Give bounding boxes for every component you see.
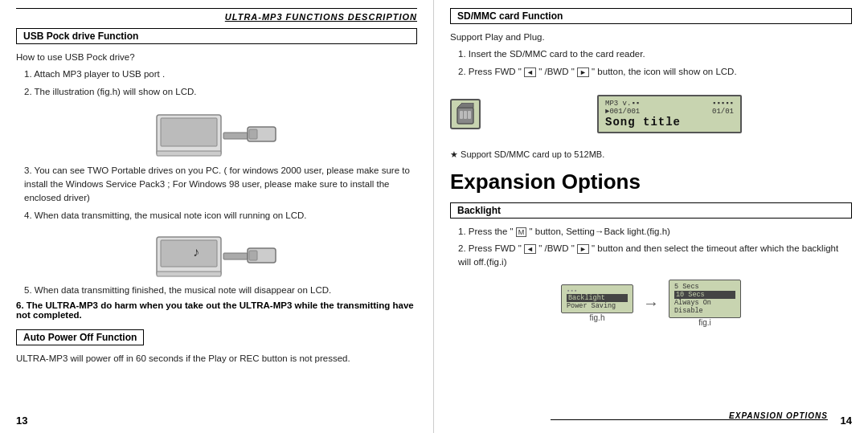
svg-rect-3 <box>223 133 248 139</box>
right-page: SD/MMC card Function Support Play and Pl… <box>434 0 868 433</box>
usb-image-2: ♪ <box>16 231 417 279</box>
svg-rect-1 <box>161 118 217 146</box>
svg-rect-16 <box>464 111 467 119</box>
fig-h-row2: Power Saving <box>567 302 628 310</box>
svg-rect-8 <box>157 272 221 276</box>
fig-i-box: 5 Secs 10 Secs Always On Disable fig.i <box>669 280 741 327</box>
sd-star-note: ★ Support SD/MMC card up to 512MB. <box>450 149 852 160</box>
usb-step3: 3. You can see TWO Portable drives on yo… <box>24 164 417 206</box>
fig-i-label: fig.i <box>698 318 711 327</box>
arrow-icon: → <box>643 294 659 312</box>
sd-section-title: SD/MMC card Function <box>450 8 852 24</box>
sd-step1: 1. Insert the SD/MMC card to the card re… <box>458 47 852 61</box>
usb-section-title: USB Pock drive Function <box>16 28 417 44</box>
svg-rect-17 <box>468 111 471 119</box>
backlight-section-title: Backlight <box>450 202 852 219</box>
usb-step4: 4. When data transmitting, the musical n… <box>24 209 417 223</box>
usb-step2: 2. The illustration (fig.h) will show on… <box>24 85 417 99</box>
left-header: ULTRA-MP3 FUNCTIONS DESCRIPTION <box>16 12 417 22</box>
svg-rect-9 <box>223 253 248 259</box>
fig-h-box: ▪▪▪ Backlight Power Saving fig.h <box>561 284 633 322</box>
fig-i-row1: 5 Secs <box>674 283 735 291</box>
svg-rect-15 <box>460 111 463 119</box>
fig-i-row3: Always On <box>674 299 735 307</box>
fig-i-lcd: 5 Secs 10 Secs Always On Disable <box>669 280 741 318</box>
svg-rect-7 <box>161 240 217 267</box>
fig-h-lcd: ▪▪▪ Backlight Power Saving <box>561 284 633 313</box>
svg-rect-5 <box>249 129 257 139</box>
sd-intro: Support Play and Plug. <box>450 31 852 44</box>
sd-card-icon <box>450 99 481 129</box>
svg-text:♪: ♪ <box>193 245 199 259</box>
backlight-step1: 1. Press the " M " button, Setting→Back … <box>458 225 852 239</box>
left-page-number: 13 <box>16 415 27 427</box>
svg-rect-2 <box>157 151 221 156</box>
fig-i-row4: Disable <box>674 307 735 315</box>
svg-rect-11 <box>249 251 257 260</box>
svg-marker-14 <box>457 103 473 108</box>
expansion-title: Expansion Options <box>450 170 852 194</box>
backlight-displays: ▪▪▪ Backlight Power Saving fig.h → 5 Sec… <box>450 280 852 327</box>
fig-h-row1: Backlight <box>567 294 628 302</box>
left-page: ULTRA-MP3 FUNCTIONS DESCRIPTION USB Pock… <box>0 0 434 433</box>
usb-step6: 6. The ULTRA-MP3 do harm when you take o… <box>16 300 417 320</box>
sd-lcd: MP3 v.▪▪▪▪▪▪▪ ►001/00101/01 Song title <box>597 95 742 133</box>
usb-step1: 1. Attach MP3 player to USB port . <box>24 67 417 81</box>
auto-power-text: ULTRA-MP3 will power off in 60 seconds i… <box>16 352 417 366</box>
fig-h-label: fig.h <box>590 313 605 322</box>
fig-i-row2: 10 Secs <box>674 291 735 299</box>
lcd-song-title: Song title <box>605 116 734 129</box>
usb-step5: 5. When data transmitting finished, the … <box>24 284 417 297</box>
sd-lcd-display: MP3 v.▪▪▪▪▪▪▪ ►001/00101/01 Song title <box>450 88 852 140</box>
usb-intro: How to use USB Pock drive? <box>16 51 417 64</box>
right-footer: EXPANSION OPTIONS <box>729 411 828 420</box>
sd-step2: 2. Press FWD " ◄ " /BWD " ► " button, th… <box>458 65 852 79</box>
backlight-step2: 2. Press FWD " ◄ " /BWD " ► " button and… <box>458 242 852 270</box>
usb-image-1 <box>16 107 417 159</box>
auto-power-section-title: Auto Power Off Function <box>16 329 144 345</box>
